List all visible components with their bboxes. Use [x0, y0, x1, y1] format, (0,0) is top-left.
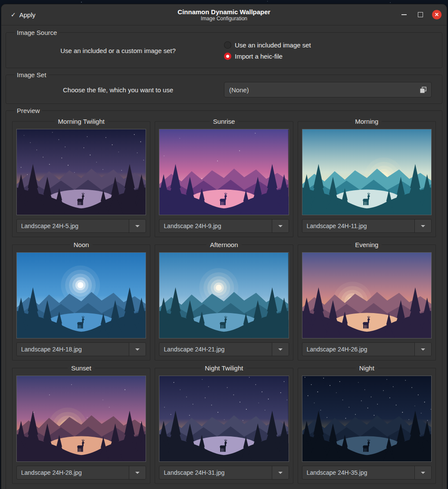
- desktop-star: [81, 2, 82, 3]
- scene-card-5: Evening Landscape 24H-26.jpg: [298, 241, 436, 360]
- scene-file-combobox[interactable]: Landscape 24H-28.jpg: [16, 466, 146, 480]
- image-set-label: Choose the file, which you want to use: [12, 86, 224, 94]
- combobox-dropdown-button[interactable]: [129, 219, 146, 232]
- scene-file-value: Landscape 24H-9.jpg: [159, 219, 271, 232]
- window-title: Cinnamon Dynamic Wallpaper: [177, 8, 270, 16]
- apply-button-label: Apply: [19, 11, 36, 19]
- scene-file-combobox[interactable]: Landscape 24H-5.jpg: [16, 219, 146, 233]
- preview-legend: Preview: [15, 107, 42, 114]
- radio-button-icon[interactable]: [224, 53, 231, 60]
- combobox-dropdown-button[interactable]: [414, 219, 431, 232]
- radio-group: Use an included image set Import a heic-…: [224, 40, 436, 62]
- checkmark-icon: ✓: [11, 11, 16, 18]
- scene-file-combobox[interactable]: Landscape 24H-21.jpg: [159, 342, 289, 356]
- window-controls: ✕: [399, 10, 447, 19]
- image-source-options: Use an included image set Import a heic-…: [224, 40, 436, 62]
- scene-title: Sunset: [68, 364, 95, 372]
- combobox-dropdown-button[interactable]: [272, 466, 289, 479]
- chevron-down-icon: [278, 348, 283, 351]
- combobox-dropdown-button[interactable]: [129, 466, 146, 479]
- scene-file-combobox[interactable]: Landscape 24H-11.jpg: [302, 219, 432, 233]
- scene-card-7: Night Twilight Landscape 24H-31.jpg: [155, 364, 293, 484]
- scene-title: Morning Twilight: [55, 118, 108, 125]
- image-set-legend: Image Set: [15, 71, 48, 78]
- scene-title: Night: [356, 364, 378, 372]
- scene-title: Evening: [352, 241, 382, 248]
- scene-thumbnail: [302, 376, 432, 462]
- combobox-dropdown-button[interactable]: [414, 466, 431, 479]
- window-content: Image Source Use an included or a custom…: [1, 25, 447, 489]
- scene-thumbnail: [16, 129, 146, 215]
- scene-card-4: Afternoon Landscape 24H-21.jpg: [155, 241, 293, 360]
- image-source-row: Use an included or a custom image set? U…: [12, 40, 436, 62]
- chevron-down-icon: [421, 348, 425, 351]
- scene-thumbnail: [302, 252, 432, 339]
- chevron-down-icon: [135, 348, 140, 351]
- scene-card-0: Morning Twilight Landscape 24H-5.jpg: [12, 118, 150, 237]
- scene-title: Night Twilight: [202, 364, 247, 372]
- file-chooser-value: (None): [229, 86, 249, 94]
- scene-title: Sunrise: [210, 118, 239, 125]
- desktop-star: [390, 2, 391, 3]
- file-chooser-icon: [420, 87, 426, 93]
- scene-thumbnail: [16, 252, 146, 339]
- scene-file-combobox[interactable]: Landscape 24H-31.jpg: [159, 466, 289, 480]
- scene-file-value: Landscape 24H-31.jpg: [159, 466, 271, 479]
- titlebar[interactable]: ✓ Apply Cinnamon Dynamic Wallpaper Image…: [1, 4, 447, 25]
- chevron-down-icon: [421, 472, 425, 474]
- maximize-icon: [418, 12, 423, 17]
- desktop-star: [267, 1, 268, 2]
- scene-thumbnail: [159, 129, 289, 215]
- combobox-dropdown-button[interactable]: [272, 343, 289, 356]
- scene-file-value: Landscape 24H-28.jpg: [17, 466, 129, 479]
- combobox-dropdown-button[interactable]: [414, 343, 431, 356]
- maximize-button[interactable]: [416, 10, 425, 19]
- radio-option-label: Import a heic-file: [235, 53, 283, 60]
- radio-option-1[interactable]: Import a heic-file: [224, 53, 436, 60]
- chevron-down-icon: [135, 225, 140, 227]
- combobox-dropdown-button[interactable]: [129, 343, 146, 356]
- scene-file-combobox[interactable]: Landscape 24H-18.jpg: [16, 342, 146, 356]
- preview-grid: Morning Twilight Landscape 24H-5.jpg Sun…: [12, 118, 436, 484]
- window-subtitle: Image Configuration: [177, 16, 270, 22]
- scene-file-value: Landscape 24H-21.jpg: [159, 343, 271, 356]
- radio-button-icon[interactable]: [224, 41, 231, 49]
- scene-file-combobox[interactable]: Landscape 24H-35.jpg: [302, 466, 432, 480]
- scene-file-combobox[interactable]: Landscape 24H-9.jpg: [159, 219, 289, 233]
- chevron-down-icon: [135, 472, 140, 474]
- close-button[interactable]: ✕: [432, 10, 442, 19]
- scene-card-8: Night Landscape 24H-35.jpg: [298, 364, 436, 484]
- scene-file-value: Landscape 24H-18.jpg: [17, 343, 129, 356]
- image-set-section: Image Set Choose the file, which you wan…: [6, 71, 442, 104]
- scene-title: Noon: [70, 241, 93, 248]
- scene-thumbnail: [159, 376, 289, 462]
- scene-thumbnail: [159, 252, 289, 339]
- app-window: ✓ Apply Cinnamon Dynamic Wallpaper Image…: [1, 4, 447, 489]
- file-chooser-button[interactable]: (None): [224, 82, 432, 97]
- scene-title: Morning: [352, 118, 382, 125]
- scene-file-value: Landscape 24H-35.jpg: [302, 466, 414, 479]
- close-icon: ✕: [435, 12, 439, 17]
- scene-thumbnail: [16, 376, 146, 462]
- image-source-section: Image Source Use an included or a custom…: [6, 29, 442, 68]
- scene-card-6: Sunset Landscape 24H-28.jpg: [12, 364, 150, 484]
- combobox-dropdown-button[interactable]: [272, 219, 289, 232]
- scene-file-value: Landscape 24H-11.jpg: [302, 219, 414, 232]
- scene-file-combobox[interactable]: Landscape 24H-26.jpg: [302, 342, 432, 356]
- apply-button[interactable]: ✓ Apply: [8, 9, 38, 20]
- image-set-field: (None): [224, 82, 436, 97]
- chevron-down-icon: [421, 225, 425, 227]
- scene-card-2: Morning Landscape 24H-11.jpg: [298, 118, 436, 237]
- scene-file-value: Landscape 24H-26.jpg: [302, 343, 414, 356]
- chevron-down-icon: [278, 225, 283, 227]
- minimize-button[interactable]: [399, 10, 409, 19]
- scene-file-value: Landscape 24H-5.jpg: [17, 219, 129, 232]
- image-source-question: Use an included or a custom image set?: [12, 47, 224, 54]
- image-source-legend: Image Source: [15, 29, 59, 36]
- scene-card-1: Sunrise Landscape 24H-9.jpg: [155, 118, 293, 237]
- radio-option-0[interactable]: Use an included image set: [224, 41, 436, 49]
- preview-section: Preview Morning Twilight Landscape 24H-5…: [6, 107, 442, 489]
- chevron-down-icon: [278, 472, 283, 474]
- window-title-block: Cinnamon Dynamic Wallpaper Image Configu…: [177, 8, 270, 22]
- scene-thumbnail: [302, 129, 432, 215]
